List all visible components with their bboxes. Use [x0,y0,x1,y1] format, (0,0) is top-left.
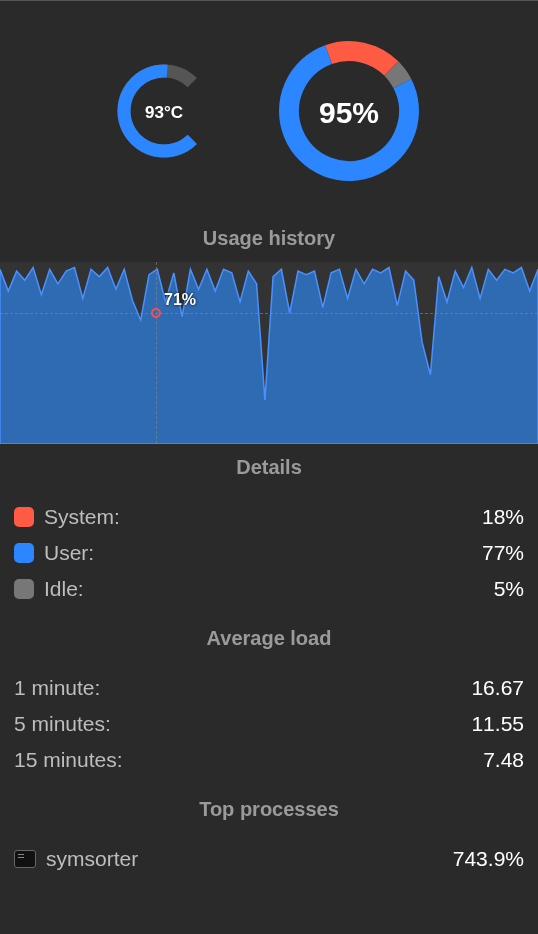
color-swatch-icon [14,507,34,527]
detail-value: 5% [494,577,524,601]
temperature-value: 93°C [145,103,183,123]
load-list: 1 minute:16.675 minutes:11.5515 minutes:… [0,662,538,786]
load-row: 5 minutes:11.55 [14,706,524,742]
process-name: symsorter [46,847,138,871]
detail-label: System: [44,505,120,529]
process-cpu: 743.9% [453,847,524,871]
usage-history-chart: 71% [0,262,538,444]
gauge-row: 93°C 95% [0,1,538,215]
detail-value: 77% [482,541,524,565]
load-value: 11.55 [471,712,524,736]
process-list: symsorter743.9% [0,833,538,885]
load-label: 15 minutes: [14,748,123,772]
temperature-gauge: 93°C [109,56,219,170]
load-row: 15 minutes:7.48 [14,742,524,778]
load-label: 5 minutes: [14,712,111,736]
detail-row: User:77% [14,535,524,571]
color-swatch-icon [14,543,34,563]
chart-marker-icon [151,308,161,318]
chart-marker-label: 71% [164,291,196,309]
load-row: 1 minute:16.67 [14,670,524,706]
details-title: Details [0,456,538,479]
area-chart-icon [0,262,538,444]
detail-label: Idle: [44,577,84,601]
chart-guideline-horizontal [0,313,538,314]
average-load-title: Average load [0,627,538,650]
usage-history-title: Usage history [0,227,538,250]
terminal-icon [14,850,36,868]
top-processes-title: Top processes [0,798,538,821]
details-list: System:18%User:77%Idle:5% [0,491,538,615]
detail-value: 18% [482,505,524,529]
detail-label: User: [44,541,94,565]
load-value: 16.67 [471,676,524,700]
detail-row: System:18% [14,499,524,535]
usage-value: 95% [319,96,379,130]
process-row: symsorter743.9% [14,841,524,877]
load-value: 7.48 [483,748,524,772]
usage-gauge: 95% [269,31,429,195]
load-label: 1 minute: [14,676,100,700]
chart-guideline-vertical [156,262,157,444]
detail-row: Idle:5% [14,571,524,607]
color-swatch-icon [14,579,34,599]
